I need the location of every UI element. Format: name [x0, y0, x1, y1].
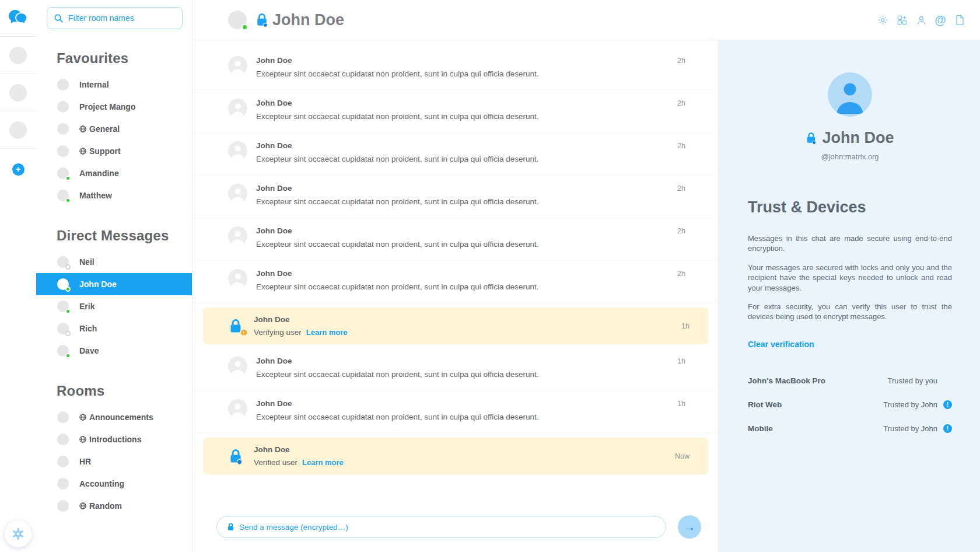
device-trust-label: Trusted by John: [883, 400, 937, 409]
sidebar-item-dave[interactable]: Dave: [36, 340, 192, 362]
community-avatar: [9, 84, 27, 102]
community-item-1[interactable]: [0, 37, 36, 74]
message-timestamp: 1h: [681, 322, 690, 330]
community-avatar: [9, 47, 27, 64]
panel-avatar-wrap: [748, 72, 952, 117]
sidebar-item-john-doe[interactable]: John Doe: [36, 273, 192, 295]
device-row: Mobile Trusted by John !: [748, 417, 952, 441]
room-filter-input[interactable]: [68, 13, 176, 23]
message-input[interactable]: [239, 523, 656, 532]
message-timeline[interactable]: John Doe Excepteur sint occaecat cupidat…: [192, 40, 718, 506]
presence-offline-dot: [65, 264, 71, 270]
room-avatar: [57, 478, 69, 490]
user-info-panel: John Doe @john:matrix.org Trust & Device…: [718, 40, 980, 552]
message-timestamp: 2h: [677, 56, 685, 65]
globe-icon: [79, 125, 86, 132]
chat-header: John Doe: [192, 0, 980, 40]
panel-user-name: John Doe: [822, 129, 894, 147]
room-label-wrap: Support: [79, 146, 121, 156]
message-timestamp: 2h: [677, 99, 685, 107]
sidebar-item-amandine[interactable]: Amandine: [36, 162, 192, 184]
device-trust-cell: Trusted by John !: [883, 424, 952, 433]
message-text: Excepteur sint occaecat cupidatat non pr…: [256, 69, 539, 78]
room-avatar: [57, 79, 69, 90]
room-label-wrap: Random: [79, 501, 122, 511]
device-row: John's MacBook Pro Trusted by you: [748, 369, 952, 393]
lock-warning-icon: !: [229, 318, 245, 334]
sidebar-item-matthew[interactable]: Matthew: [36, 184, 192, 207]
clear-verification-link[interactable]: Clear verification: [748, 340, 814, 349]
room-label-wrap: Rich: [79, 324, 97, 333]
sidebar-item-rich[interactable]: Rich: [36, 317, 192, 340]
chat-column: John Doe Excepteur sint occaecat cupidat…: [192, 40, 718, 552]
room-avatar: [57, 123, 69, 135]
room-label: Support: [89, 146, 121, 156]
device-name: Riot Web: [748, 400, 782, 409]
settings-button[interactable]: [5, 520, 32, 547]
learn-more-link[interactable]: Learn more: [306, 328, 348, 337]
room-avatar: [57, 500, 69, 512]
sidebar-item-support[interactable]: Support: [36, 140, 192, 162]
sidebar-item-announcements[interactable]: Announcements: [36, 406, 192, 428]
composer: →: [192, 506, 718, 552]
mentions-icon[interactable]: @: [935, 14, 946, 26]
sidebar-item-hr[interactable]: HR: [36, 450, 192, 473]
section-title-favourites: Favourites: [57, 50, 192, 67]
sender-avatar: [228, 99, 247, 118]
sidebar-item-erik[interactable]: Erik: [36, 295, 192, 317]
room-settings-icon[interactable]: [877, 14, 888, 26]
sidebar-item-project-mango[interactable]: Project Mango: [36, 96, 192, 118]
gear-icon: [12, 527, 24, 540]
message-input-pill: [216, 516, 666, 538]
room-label: Neil: [79, 257, 94, 267]
room-avatar: [57, 101, 69, 113]
community-item-3[interactable]: [0, 111, 36, 149]
sender-avatar: [228, 269, 247, 288]
message-sender: John Doe: [256, 184, 539, 193]
room-label: Project Mango: [79, 102, 135, 111]
message-text: Excepteur sint occaecat cupidatat non pr…: [256, 413, 539, 421]
room-label-wrap: Erik: [79, 302, 94, 311]
room-label-wrap: Accounting: [79, 479, 124, 488]
sender-avatar: [228, 357, 247, 376]
room-label-wrap: Announcements: [79, 413, 153, 422]
room-label: John Doe: [79, 280, 117, 289]
learn-more-link[interactable]: Learn more: [302, 458, 344, 467]
room-label-wrap: Matthew: [79, 191, 112, 200]
sidebar-item-internal[interactable]: Internal: [36, 74, 192, 96]
section-title-direct-messages: Direct Messages: [57, 228, 192, 244]
sidebar-item-neil[interactable]: Neil: [36, 251, 192, 273]
panel-name-row: John Doe: [748, 129, 952, 147]
room-avatar: [57, 190, 69, 201]
add-community-button[interactable]: +: [12, 163, 24, 176]
message-row: John Doe Excepteur sint occaecat cupidat…: [192, 261, 718, 303]
community-item-2[interactable]: [0, 74, 36, 111]
info-icon[interactable]: !: [943, 400, 952, 409]
encrypted-lock-icon: [806, 131, 817, 145]
sidebar-item-general[interactable]: General: [36, 118, 192, 140]
presence-offline-dot: [65, 331, 71, 336]
device-name: John's MacBook Pro: [748, 376, 825, 385]
trust-paragraph: For extra security, you can verify this …: [748, 302, 952, 322]
add-integrations-icon[interactable]: [896, 14, 908, 26]
message-row: John Doe Excepteur sint occaecat cupidat…: [192, 48, 718, 90]
sidebar-item-random[interactable]: Random: [36, 495, 192, 517]
files-icon[interactable]: [954, 14, 965, 26]
sidebar-item-introductions[interactable]: Introductions: [36, 428, 192, 450]
info-icon[interactable]: !: [943, 424, 952, 433]
room-label: Rich: [79, 324, 97, 333]
send-button[interactable]: →: [678, 515, 701, 539]
message-text: Excepteur sint occaecat cupidatat non pr…: [256, 282, 539, 291]
lock-verified-icon: [229, 448, 245, 464]
message-sender: John Doe: [256, 141, 539, 150]
room-avatar: [57, 145, 69, 157]
members-icon[interactable]: [915, 14, 927, 26]
room-avatar: [57, 345, 69, 357]
device-trust-label: Trusted by John: [883, 424, 937, 433]
room-filter: [47, 7, 183, 29]
sidebar-item-accounting[interactable]: Accounting: [36, 473, 192, 495]
room-label: Amandine: [79, 169, 119, 178]
trust-paragraph: Messages in this chat are made secure us…: [748, 233, 952, 254]
presence-online-dot: [65, 353, 71, 358]
send-arrow-icon: →: [684, 520, 695, 534]
